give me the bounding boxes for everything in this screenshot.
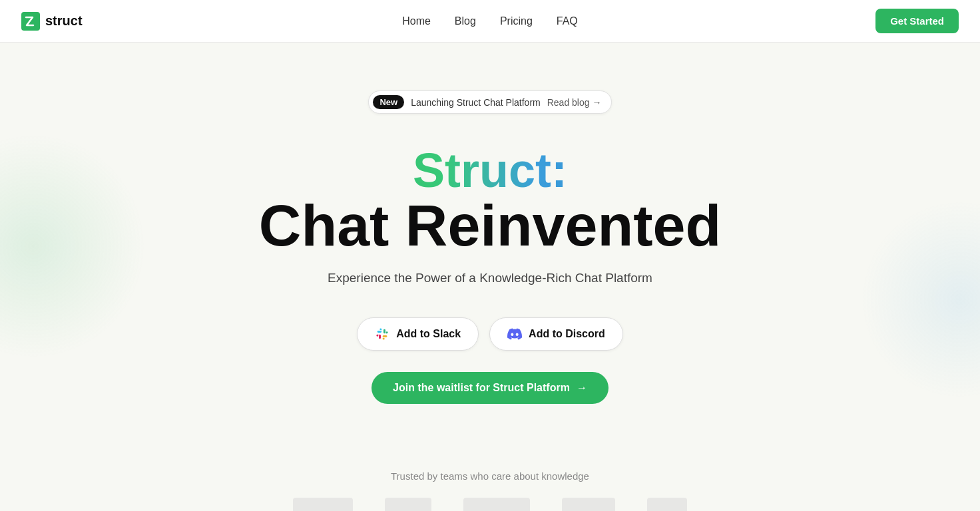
add-to-discord-button[interactable]: Add to Discord <box>489 317 623 351</box>
trusted-section: Trusted by teams who care about knowledg… <box>0 430 980 511</box>
trusted-logo-3 <box>463 498 530 511</box>
trusted-logo-1 <box>293 498 353 511</box>
cta-buttons-row: Add to Slack Add to Discord <box>357 317 623 351</box>
new-badge: New <box>373 95 404 109</box>
announcement-text: Launching Struct Chat Platform <box>411 97 541 108</box>
struct-logo-icon <box>21 12 40 31</box>
discord-icon <box>507 327 522 341</box>
nav-blog[interactable]: Blog <box>455 15 476 27</box>
logo-text: struct <box>45 13 83 29</box>
hero-subtitle: Experience the Power of a Knowledge-Rich… <box>328 271 652 285</box>
read-blog-link[interactable]: Read blog → <box>547 97 602 108</box>
hero-title: Struct: Chat Reinvented <box>259 146 721 255</box>
add-to-slack-button[interactable]: Add to Slack <box>357 317 479 351</box>
hero-title-line2: Chat Reinvented <box>259 196 721 255</box>
trusted-logo-4 <box>562 498 615 511</box>
navbar: struct Home Blog Pricing FAQ Get Started <box>0 0 980 43</box>
nav-faq[interactable]: FAQ <box>557 15 578 27</box>
add-to-discord-label: Add to Discord <box>529 328 605 340</box>
trusted-logo-5 <box>647 498 687 511</box>
waitlist-button[interactable]: Join the waitlist for Struct Platform → <box>371 372 609 404</box>
trusted-text: Trusted by teams who care about knowledg… <box>391 470 589 482</box>
slack-icon <box>375 327 389 341</box>
nav-links: Home Blog Pricing FAQ <box>402 15 578 27</box>
trusted-logo-2 <box>385 498 431 511</box>
trusted-logos-row <box>293 498 687 511</box>
waitlist-arrow-icon: → <box>577 382 587 394</box>
get-started-button[interactable]: Get Started <box>875 9 959 33</box>
announcement-pill[interactable]: New Launching Struct Chat Platform Read … <box>368 90 611 114</box>
hero-section: New Launching Struct Chat Platform Read … <box>0 43 980 430</box>
waitlist-label: Join the waitlist for Struct Platform <box>393 382 570 394</box>
nav-pricing[interactable]: Pricing <box>500 15 533 27</box>
logo-link[interactable]: struct <box>21 12 83 31</box>
add-to-slack-label: Add to Slack <box>396 328 461 340</box>
hero-title-line1: Struct: <box>259 146 721 196</box>
nav-home[interactable]: Home <box>402 15 431 27</box>
arrow-right-icon: → <box>593 97 602 108</box>
